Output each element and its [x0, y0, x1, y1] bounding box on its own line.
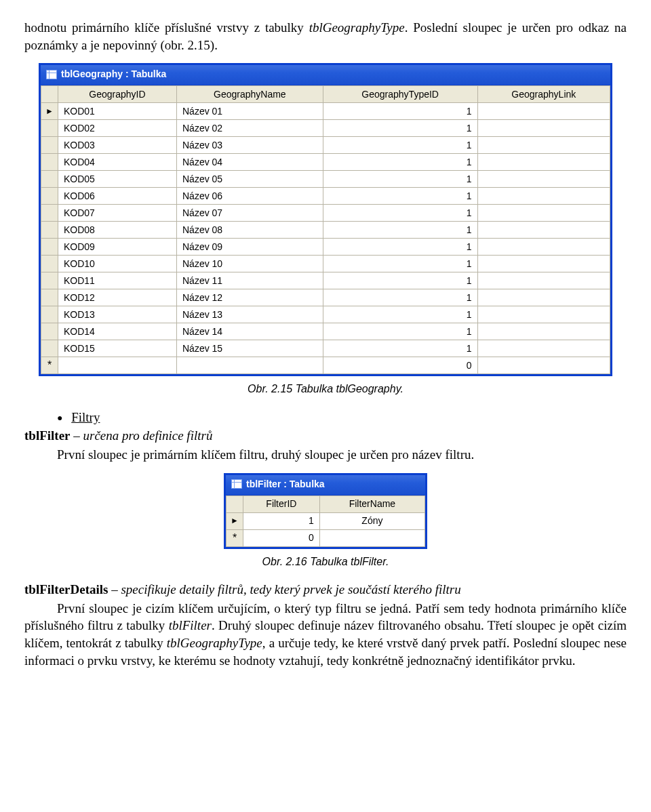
- table-row[interactable]: KOD15Název 151: [41, 340, 610, 357]
- cell-geographyname[interactable]: Název 14: [176, 323, 323, 340]
- cell-geographytypeid[interactable]: 0: [323, 357, 477, 374]
- col-selector[interactable]: [41, 86, 58, 103]
- cell-geographytypeid[interactable]: 1: [323, 340, 477, 357]
- window-tblfilter-titlebar[interactable]: tblFilter : Tabulka: [226, 475, 425, 495]
- cell-geographytypeid[interactable]: 1: [323, 256, 477, 272]
- cell-geographylink[interactable]: [477, 120, 610, 137]
- cell-geographyname[interactable]: Název 11: [176, 272, 323, 289]
- table-row[interactable]: KOD11Název 111: [41, 272, 610, 289]
- cell-geographyname[interactable]: Název 12: [176, 289, 323, 306]
- cell-geographyname[interactable]: Název 07: [176, 205, 323, 222]
- cell-geographyid[interactable]: KOD06: [58, 188, 177, 205]
- cell-geographyid[interactable]: KOD14: [58, 323, 177, 340]
- table-row[interactable]: KOD06Název 061: [41, 188, 610, 205]
- table-row[interactable]: ►KOD01Název 011: [41, 103, 610, 120]
- row-selector-icon[interactable]: ►: [226, 512, 243, 529]
- cell-geographylink[interactable]: [477, 340, 610, 357]
- table-row[interactable]: KOD04Název 041: [41, 154, 610, 171]
- cell-geographylink[interactable]: [477, 323, 610, 340]
- col-filtername[interactable]: FilterName: [319, 495, 425, 512]
- row-selector-icon[interactable]: [41, 154, 58, 171]
- cell-geographylink[interactable]: [477, 256, 610, 272]
- cell-geographyname[interactable]: Název 03: [176, 137, 323, 154]
- cell-geographyname[interactable]: Název 09: [176, 239, 323, 256]
- cell-geographytypeid[interactable]: 1: [323, 188, 477, 205]
- table-row[interactable]: KOD05Název 051: [41, 171, 610, 188]
- cell-filtername[interactable]: Zóny: [319, 512, 425, 529]
- cell-geographyname[interactable]: Název 04: [176, 154, 323, 171]
- table-row[interactable]: KOD03Název 031: [41, 137, 610, 154]
- col-geographyid[interactable]: GeographyID: [58, 86, 177, 103]
- row-selector-icon[interactable]: [41, 188, 58, 205]
- cell-geographylink[interactable]: [477, 357, 610, 374]
- cell-geographytypeid[interactable]: 1: [323, 205, 477, 222]
- cell-geographyid[interactable]: KOD02: [58, 120, 177, 137]
- cell-geographytypeid[interactable]: 1: [323, 137, 477, 154]
- cell-geographyname[interactable]: Název 08: [176, 222, 323, 239]
- row-selector-icon[interactable]: [41, 289, 58, 306]
- cell-geographyid[interactable]: [58, 357, 177, 374]
- cell-geographylink[interactable]: [477, 205, 610, 222]
- col-filterid[interactable]: FilterID: [243, 495, 320, 512]
- table-row[interactable]: ► 1 Zóny: [226, 512, 425, 529]
- cell-geographytypeid[interactable]: 1: [323, 103, 477, 120]
- row-selector-icon[interactable]: [41, 222, 58, 239]
- cell-geographyid[interactable]: KOD09: [58, 239, 177, 256]
- cell-filterid[interactable]: 1: [243, 512, 320, 529]
- row-selector-icon[interactable]: [41, 239, 58, 256]
- table-newrow[interactable]: * 0: [226, 529, 425, 546]
- cell-geographytypeid[interactable]: 1: [323, 272, 477, 289]
- row-selector-icon[interactable]: [41, 256, 58, 272]
- cell-geographyid[interactable]: KOD03: [58, 137, 177, 154]
- table-newrow[interactable]: *0: [41, 357, 610, 374]
- col-geographyname[interactable]: GeographyName: [176, 86, 323, 103]
- table-row[interactable]: KOD07Název 071: [41, 205, 610, 222]
- datagrid-tblfilter[interactable]: FilterID FilterName ► 1 Zóny * 0: [226, 495, 425, 547]
- cell-geographytypeid[interactable]: 1: [323, 171, 477, 188]
- cell-geographyname[interactable]: Název 01: [176, 103, 323, 120]
- cell-geographytypeid[interactable]: 1: [323, 323, 477, 340]
- cell-geographytypeid[interactable]: 1: [323, 239, 477, 256]
- row-selector-icon[interactable]: [41, 272, 58, 289]
- cell-geographylink[interactable]: [477, 103, 610, 120]
- cell-geographytypeid[interactable]: 1: [323, 120, 477, 137]
- cell-geographyid[interactable]: KOD04: [58, 154, 177, 171]
- cell-geographyname[interactable]: Název 02: [176, 120, 323, 137]
- cell-geographytypeid[interactable]: 1: [323, 289, 477, 306]
- cell-geographyid[interactable]: KOD10: [58, 256, 177, 272]
- col-geographytypeid[interactable]: GeographyTypeID: [323, 86, 477, 103]
- cell-geographyid[interactable]: KOD12: [58, 289, 177, 306]
- table-row[interactable]: KOD13Název 131: [41, 306, 610, 323]
- cell-geographyid[interactable]: KOD11: [58, 272, 177, 289]
- cell-geographylink[interactable]: [477, 239, 610, 256]
- row-selector-icon[interactable]: [41, 323, 58, 340]
- cell-geographylink[interactable]: [477, 272, 610, 289]
- cell-geographyid[interactable]: KOD08: [58, 222, 177, 239]
- table-row[interactable]: KOD12Název 121: [41, 289, 610, 306]
- cell-geographylink[interactable]: [477, 137, 610, 154]
- cell-geographytypeid[interactable]: 1: [323, 222, 477, 239]
- table-row[interactable]: KOD02Název 021: [41, 120, 610, 137]
- cell-geographytypeid[interactable]: 1: [323, 154, 477, 171]
- cell-geographylink[interactable]: [477, 171, 610, 188]
- cell-geographyname[interactable]: Název 10: [176, 256, 323, 272]
- cell-geographyname[interactable]: Název 13: [176, 306, 323, 323]
- cell-geographyname[interactable]: Název 06: [176, 188, 323, 205]
- table-row[interactable]: KOD09Název 091: [41, 239, 610, 256]
- row-selector-icon[interactable]: [41, 137, 58, 154]
- col-selector[interactable]: [226, 495, 243, 512]
- row-selector-icon[interactable]: [41, 171, 58, 188]
- cell-geographyid[interactable]: KOD05: [58, 171, 177, 188]
- cell-geographyid[interactable]: KOD13: [58, 306, 177, 323]
- row-selector-icon[interactable]: [41, 340, 58, 357]
- cell-geographyname[interactable]: Název 15: [176, 340, 323, 357]
- row-selector-icon[interactable]: ►: [41, 103, 58, 120]
- cell-filtername[interactable]: [319, 529, 425, 546]
- row-selector-icon[interactable]: [41, 120, 58, 137]
- cell-geographylink[interactable]: [477, 306, 610, 323]
- datagrid-tblgeography[interactable]: GeographyID GeographyName GeographyTypeI…: [41, 85, 610, 374]
- cell-geographylink[interactable]: [477, 154, 610, 171]
- row-selector-icon[interactable]: [41, 306, 58, 323]
- cell-filterid[interactable]: 0: [243, 529, 320, 546]
- cell-geographylink[interactable]: [477, 222, 610, 239]
